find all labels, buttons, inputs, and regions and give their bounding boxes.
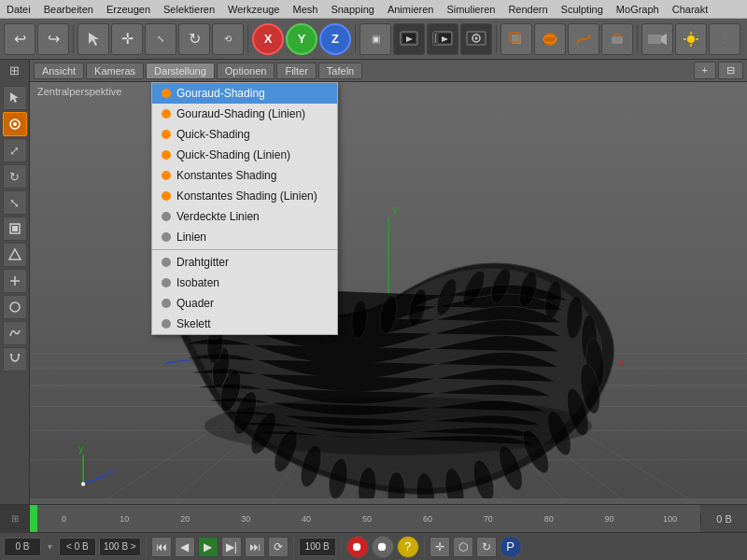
dropdown-item-konstant[interactable]: Konstantes Shading [152,165,337,186]
dropdown-item-hidden[interactable]: Verdeckte Linien [152,206,337,227]
transport-move-btn[interactable]: ✛ [430,537,450,557]
menu-erzeugen[interactable]: Erzeugen [100,2,157,17]
tab-darstellung[interactable]: Darstellung [146,63,215,79]
menu-animieren[interactable]: Animieren [381,2,441,17]
dropdown-item-linien[interactable]: Linien [152,227,337,247]
scale-tool-button[interactable]: ⤡ [145,23,176,55]
left-icon-6[interactable] [3,217,27,241]
left-icon-select[interactable] [3,86,27,110]
layout-button[interactable]: ⊟ [718,62,743,79]
left-icon-10[interactable] [3,321,27,345]
transport-record-button[interactable]: ⏺ [346,536,369,558]
menu-werkzeuge[interactable]: Werkzeuge [221,2,286,17]
render-button[interactable] [427,23,458,55]
tab-filter[interactable]: Filter [276,63,316,79]
menu-snapping[interactable]: Snapping [324,2,381,17]
camera-btn[interactable] [641,23,673,55]
dropdown-item-gouraud[interactable]: Gouraud-Shading [152,83,337,104]
timeline-num-50: 50 [337,514,398,524]
timeline-track[interactable]: 0 10 20 30 40 50 60 70 80 90 100 [30,505,700,532]
menu-mograph[interactable]: MoGraph [610,2,666,17]
dropdown-item-konstant-lines[interactable]: Konstantes Shading (Linien) [152,186,337,206]
transport-field-4[interactable]: 100 B [299,538,336,556]
move-tool-button[interactable]: ✛ [111,23,143,55]
left-icon-move[interactable]: ⤢ [3,138,27,162]
axis-y-button[interactable]: Y [286,23,317,55]
left-icon-7[interactable] [3,243,27,267]
transport-loop[interactable]: ⟳ [268,537,289,557]
menu-datei[interactable]: Datei [0,2,37,17]
rotate-tool-button[interactable]: ↻ [178,23,210,55]
dot-linien [162,232,171,242]
transport-field-1[interactable]: 0 B [4,538,41,556]
svg-point-10 [475,36,478,39]
left-icon-9[interactable] [3,295,27,319]
deformer-btn[interactable] [601,23,633,55]
render-settings-button[interactable] [460,23,492,55]
tab-tafeln[interactable]: Tafeln [318,63,362,79]
dropdown-item-isobaten[interactable]: Isobaten [152,273,337,293]
transport-next-frame[interactable]: ▶| [221,537,242,557]
menu-bar: Datei Bearbeiten Erzeugen Selektieren We… [0,0,747,19]
left-icon-magnet[interactable] [3,347,27,371]
menu-bearbeiten[interactable]: Bearbeiten [37,2,100,17]
tab-optionen[interactable]: Optionen [217,63,275,79]
transport-goto-start[interactable]: ⏮ [151,537,172,557]
dropdown-item-quader[interactable]: Quader [152,293,337,314]
menu-simulieren[interactable]: Simulieren [440,2,501,17]
menu-sculpting[interactable]: Sculpting [555,2,610,17]
menu-rendern[interactable]: Rendern [501,2,554,17]
dropdown-item-skelett[interactable]: Skelett [152,314,337,334]
transport-render-btn[interactable]: P [500,536,522,558]
transport-question-button[interactable]: ? [397,536,419,558]
left-icon-rotate[interactable]: ↻ [3,164,27,189]
menu-selektieren[interactable]: Selektieren [157,2,221,17]
curve-btn[interactable] [568,23,599,55]
axis-x-button[interactable]: X [252,23,284,55]
dot-quick-lines [162,150,171,160]
viewport-3d[interactable]: x y y z [30,82,747,504]
dropdown-item-quick-lines[interactable]: Quick-Shading (Linien) [152,145,337,165]
left-icon-active[interactable] [3,112,27,136]
render-region-button[interactable]: ▣ [359,23,391,55]
transport-bar: 0 B ▼ < 0 B 100 B > ⏮ ◀ ▶ ▶| ⏭ ⟳ 100 B ⏺… [0,532,747,560]
axis-z-button[interactable]: Z [319,23,351,55]
transport-play[interactable]: ▶ [198,537,218,557]
tab-kameras[interactable]: Kameras [86,63,144,79]
render-active-button[interactable] [393,23,425,55]
material-btn[interactable] [534,23,566,55]
dropdown-item-gouraud-lines[interactable]: Gouraud-Shading (Linien) [152,104,337,124]
redo-button[interactable]: ↪ [37,23,69,55]
tab-ansicht[interactable]: Ansicht [34,63,84,79]
undo-button[interactable]: ↩ [4,23,35,55]
transport-goto-end[interactable]: ⏭ [245,537,265,557]
menu-charakt[interactable]: Charakt [666,2,715,17]
left-icon-scale[interactable]: ⤡ [3,190,27,215]
extra-btn[interactable]: ⋮ [709,23,740,55]
light-btn[interactable] [675,23,707,55]
transport-sep-1 [146,537,147,557]
select-tool-button[interactable] [78,23,109,55]
dropdown-item-quick[interactable]: Quick-Shading [152,124,337,145]
timeline-num-40: 40 [276,514,337,524]
transport-prev-frame[interactable]: ◀ [175,537,195,557]
dot-konstant-lines [162,191,171,201]
tool5-button[interactable]: ⟲ [212,23,244,55]
left-icon-8[interactable] [3,269,27,293]
toolbar-separator-4 [496,25,497,53]
dropdown-separator [152,249,337,250]
svg-rect-26 [12,226,18,231]
timeline-num-0: 0 [34,514,94,524]
expand-view-button[interactable]: + [694,62,716,79]
dot-isobaten [162,278,171,287]
dropdown-item-draht[interactable]: Drahtgitter [152,252,337,273]
transport-field-2[interactable]: < 0 B [59,538,96,556]
main-toolbar: ↩ ↪ ✛ ⤡ ↻ ⟲ X Y Z ▣ [0,19,747,60]
transport-autokey-button[interactable]: ⏺ [372,536,394,558]
svg-rect-5 [435,34,436,43]
transport-rot-btn[interactable]: ↻ [476,537,497,557]
transport-field-3[interactable]: 100 B > [99,538,141,556]
menu-mesh[interactable]: Mesh [286,2,324,17]
transport-obj-btn[interactable]: ⬡ [453,537,473,557]
object-btn[interactable] [500,23,532,55]
